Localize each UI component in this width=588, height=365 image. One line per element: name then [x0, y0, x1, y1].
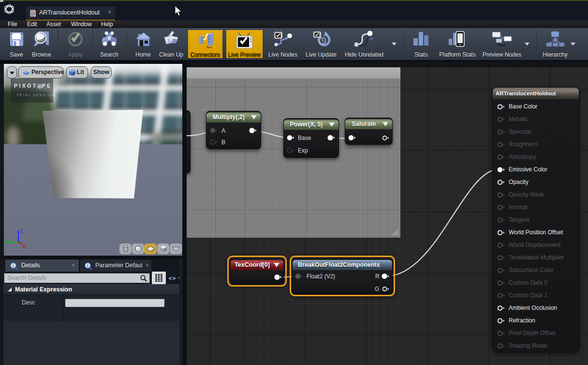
svg-text:Z: Z [20, 228, 23, 234]
svg-text:i: i [87, 263, 88, 268]
svg-text:Y: Y [4, 239, 7, 245]
svg-text:X: X [22, 243, 26, 249]
svg-text:i: i [13, 263, 14, 268]
